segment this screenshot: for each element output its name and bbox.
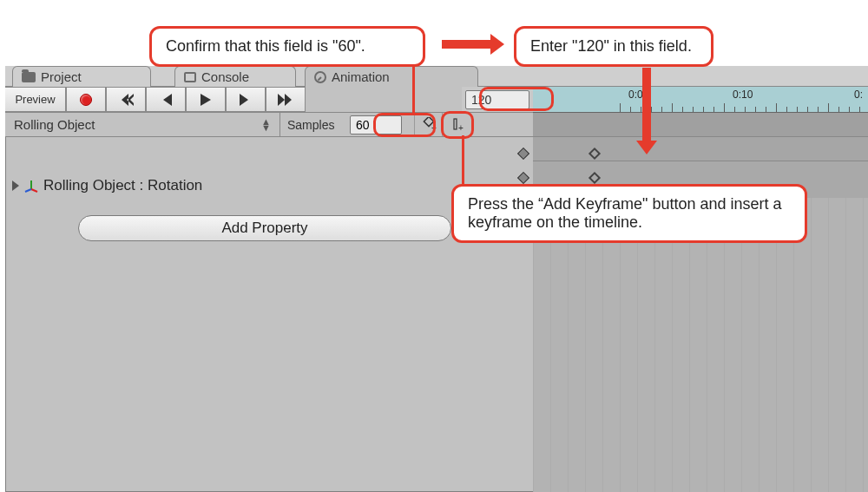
annotation-text: Press the “Add Keyframe" button and inse… xyxy=(468,195,782,231)
skip-start-icon xyxy=(118,94,134,106)
ruler-tick xyxy=(828,103,829,112)
clip-dropdown[interactable]: Rolling Object ▲▼ xyxy=(5,113,280,136)
samples-label: Samples xyxy=(280,113,350,136)
ruler-tick xyxy=(713,107,714,112)
ruler-tick xyxy=(620,103,621,112)
tab-label: Project xyxy=(41,69,82,84)
ruler-tick xyxy=(745,107,746,112)
preview-toggle[interactable]: Preview xyxy=(5,87,66,112)
add-keyframe-icon: + xyxy=(421,117,437,133)
annotation-connector xyxy=(412,64,415,115)
next-key-icon xyxy=(240,94,252,106)
tab-label: Console xyxy=(201,69,249,84)
ruler-tick xyxy=(734,107,735,112)
next-keyframe-button[interactable] xyxy=(226,87,266,112)
ruler-tick xyxy=(724,103,725,112)
animation-toolbar: Preview xyxy=(5,87,533,113)
arrow-icon xyxy=(442,40,492,49)
svg-text:+: + xyxy=(458,123,464,133)
transform-axis-icon xyxy=(24,179,38,193)
go-to-end-button[interactable] xyxy=(266,87,306,112)
tab-project[interactable]: Project xyxy=(12,66,151,87)
go-to-start-button[interactable] xyxy=(106,87,146,112)
ruler-tick xyxy=(661,107,662,112)
current-frame-field[interactable] xyxy=(465,90,529,109)
ruler-tick xyxy=(703,107,704,112)
preview-label: Preview xyxy=(15,93,55,106)
tab-console[interactable]: Console xyxy=(174,66,296,87)
add-property-label: Add Property xyxy=(221,220,307,237)
expand-triangle-icon[interactable] xyxy=(12,180,19,191)
annotation-text: Confirm that this field is "60". xyxy=(166,37,365,55)
clip-row: Rolling Object ▲▼ Samples + + xyxy=(5,113,533,137)
ruler-tick xyxy=(672,103,673,112)
ruler-tick xyxy=(682,107,683,112)
ruler-tick xyxy=(786,107,787,112)
ruler-tick xyxy=(797,107,798,112)
prev-key-icon xyxy=(160,94,172,106)
folder-icon xyxy=(22,72,36,82)
current-frame-wrap xyxy=(462,87,533,112)
ruler-tick xyxy=(776,103,777,112)
property-track-label: Rolling Object : Rotation xyxy=(43,177,202,194)
ruler-tick xyxy=(651,107,652,112)
clock-icon xyxy=(314,71,326,83)
tab-bar: Project Console Animation xyxy=(5,66,868,87)
annotation-enter-120: Enter "120" in this field. xyxy=(514,26,713,67)
samples-field[interactable] xyxy=(350,115,402,134)
annotation-text: Enter "120" in this field. xyxy=(530,37,692,55)
annotation-add-keyframe: Press the “Add Keyframe" button and inse… xyxy=(451,184,807,243)
add-event-button[interactable]: + xyxy=(442,113,470,136)
dropdown-arrows-icon: ▲▼ xyxy=(261,119,271,131)
play-button[interactable] xyxy=(186,87,226,112)
toolbar-spacer xyxy=(306,87,462,112)
ruler-tick xyxy=(838,107,839,112)
timeline-ruler[interactable]: 0:00 0:10 0: xyxy=(533,87,868,113)
clip-name: Rolling Object xyxy=(14,117,95,132)
ruler-tick xyxy=(693,107,694,112)
annotation-connector xyxy=(462,135,464,186)
ruler-tick xyxy=(630,107,631,112)
tab-animation[interactable]: Animation xyxy=(305,66,478,87)
add-keyframe-button[interactable]: + xyxy=(414,113,442,136)
dopesheet-summary-row[interactable] xyxy=(533,113,868,137)
ruler-tick xyxy=(807,107,808,112)
ruler-tick xyxy=(849,107,850,112)
play-icon xyxy=(201,94,211,106)
annotation-confirm-60: Confirm that this field is "60". xyxy=(149,26,425,67)
ruler-tick xyxy=(859,107,860,112)
add-event-icon: + xyxy=(449,117,464,133)
ruler-tick xyxy=(818,107,819,112)
arrow-icon xyxy=(642,68,651,142)
tab-label: Animation xyxy=(332,69,390,84)
ruler-tick xyxy=(641,107,641,112)
dopesheet-row[interactable] xyxy=(533,137,868,161)
ruler-tick xyxy=(755,107,756,112)
add-property-button[interactable]: Add Property xyxy=(78,215,451,241)
svg-rect-2 xyxy=(454,119,457,129)
record-icon xyxy=(80,94,92,106)
svg-text:+: + xyxy=(431,123,437,133)
time-label: 0: xyxy=(854,89,863,101)
prev-keyframe-button[interactable] xyxy=(146,87,186,112)
skip-end-icon xyxy=(278,94,293,106)
console-icon xyxy=(184,72,196,82)
ruler-tick xyxy=(766,107,766,112)
time-label: 0:10 xyxy=(733,89,753,101)
svg-line-6 xyxy=(25,189,31,192)
record-button[interactable] xyxy=(66,87,106,112)
svg-line-5 xyxy=(31,189,37,192)
